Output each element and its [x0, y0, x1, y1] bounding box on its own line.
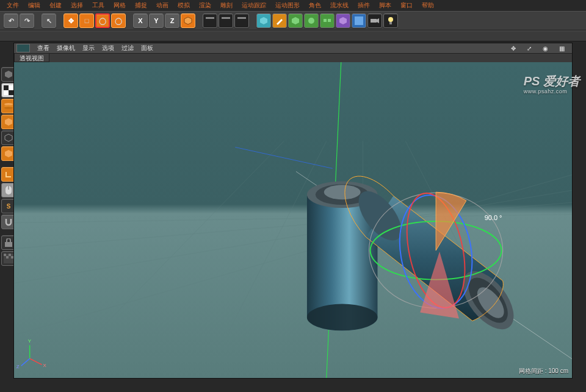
generator-button[interactable]: [304, 13, 319, 28]
svg-line-37: [14, 201, 572, 251]
cubes-icon: [323, 16, 331, 25]
axis-indicator: Y X Z: [16, 338, 47, 369]
scale-icon: □: [85, 17, 89, 24]
vp-menu-filter[interactable]: 过滤: [118, 43, 137, 53]
menu-plugins[interactable]: 插件: [353, 0, 374, 11]
svg-text:X: X: [43, 363, 47, 368]
array-button[interactable]: [320, 13, 335, 28]
svg-rect-6: [237, 17, 246, 19]
live-select-button[interactable]: ↖: [42, 13, 56, 28]
environment-button[interactable]: [352, 13, 366, 28]
vp-zoom-icon[interactable]: ⤢: [523, 45, 535, 52]
menu-script[interactable]: 脚本: [375, 0, 396, 11]
vp-menu-camera[interactable]: 摄像机: [53, 43, 79, 53]
grid-icon: [355, 16, 363, 25]
redo-button[interactable]: ↷: [20, 13, 34, 28]
clapper-icon: [206, 17, 214, 24]
vp-menu-display[interactable]: 显示: [79, 43, 98, 53]
light-button[interactable]: [383, 13, 398, 28]
menu-simulate[interactable]: 模拟: [173, 0, 194, 11]
perspective-viewport[interactable]: 90.0 ° Y X Z 网格间距 : 100 cm: [14, 62, 572, 378]
axis-z-button[interactable]: Z: [165, 13, 179, 28]
cursor-icon: ↖: [46, 17, 52, 25]
menu-create[interactable]: 创建: [45, 0, 66, 11]
menu-edit[interactable]: 编辑: [24, 0, 45, 11]
svg-line-58: [30, 358, 42, 365]
menu-mograph[interactable]: 运动图形: [271, 0, 304, 11]
menu-pipeline[interactable]: 流水线: [326, 0, 353, 11]
rotate-tool-button[interactable]: ◯: [95, 13, 110, 28]
svg-marker-7: [260, 17, 267, 24]
viewport-thumbnail[interactable]: [16, 44, 30, 52]
menu-help[interactable]: 帮助: [418, 0, 438, 11]
move-tool-button[interactable]: ✥: [63, 13, 78, 28]
render-view-button[interactable]: [203, 13, 217, 28]
menu-sculpt[interactable]: 雕刻: [216, 0, 237, 11]
spline-pen-button[interactable]: [272, 13, 287, 28]
rotate-icon: ◯: [99, 17, 106, 25]
svg-line-40: [53, 141, 284, 379]
axis-x-button[interactable]: X: [133, 13, 148, 28]
menu-file[interactable]: 文件: [2, 0, 23, 11]
checker-icon: [4, 85, 13, 95]
viewport-tab[interactable]: 透视视图: [14, 54, 49, 62]
svg-rect-4: [222, 17, 230, 19]
menu-snap[interactable]: 捕捉: [131, 0, 151, 11]
bulb-icon: [387, 16, 394, 25]
checker-grid-icon: [4, 254, 13, 263]
svg-rect-21: [9, 90, 13, 95]
render-settings-button[interactable]: [219, 13, 233, 28]
menu-character[interactable]: 角色: [305, 0, 325, 11]
svg-marker-27: [5, 150, 12, 157]
pen-icon: [275, 16, 284, 25]
coord-system-button[interactable]: [181, 13, 195, 28]
menu-render[interactable]: 渲染: [195, 0, 215, 11]
svg-point-9: [308, 18, 314, 24]
svg-line-59: [21, 358, 30, 366]
svg-rect-17: [389, 22, 392, 24]
last-tool-button[interactable]: ◯: [111, 13, 126, 28]
menu-select[interactable]: 选择: [67, 0, 87, 11]
cube-icon: [4, 149, 13, 159]
vp-orbit-icon[interactable]: ◉: [539, 45, 552, 52]
viewport-menubar: 查看 摄像机 显示 选项 过滤 面板 ✥ ⤢ ◉ ▦: [14, 43, 572, 54]
cube-icon: [184, 16, 192, 25]
svg-rect-32: [4, 254, 6, 256]
clapper-icon: [237, 17, 246, 24]
lock-icon: [5, 238, 12, 247]
menu-tools[interactable]: 工具: [88, 0, 109, 11]
menu-motiontrack[interactable]: 运动跟踪: [237, 0, 270, 11]
camera-button[interactable]: [367, 13, 382, 28]
undo-button[interactable]: ↶: [4, 13, 18, 28]
svg-point-47: [324, 185, 361, 199]
menu-mesh[interactable]: 网格: [109, 0, 130, 11]
scene-svg: 90.0 ° Y X Z: [14, 62, 572, 378]
main-toolbar: ↶ ↷ ↖ ✥ □ ◯ ◯ X Y Z: [0, 11, 586, 30]
svg-rect-30: [5, 242, 12, 247]
nurbs-button[interactable]: [288, 13, 303, 28]
viewport-status: 网格间距 : 100 cm: [519, 367, 568, 376]
rotation-hud: 90.0 °: [485, 214, 502, 221]
svg-point-24: [4, 107, 13, 109]
vp-layout-icon[interactable]: ▦: [555, 45, 568, 52]
menu-window[interactable]: 窗口: [396, 0, 417, 11]
svg-text:Y: Y: [28, 338, 32, 344]
vp-menu-panel[interactable]: 面板: [137, 43, 157, 53]
deformer-button[interactable]: [336, 13, 350, 28]
svg-rect-14: [371, 19, 377, 23]
picture-viewer-button[interactable]: [234, 13, 249, 28]
vp-pan-icon[interactable]: ✥: [507, 45, 519, 52]
clapper-icon: [222, 17, 230, 24]
menu-animate[interactable]: 动画: [152, 0, 173, 11]
svg-rect-11: [328, 19, 331, 22]
cube-icon: [291, 16, 300, 25]
scale-tool-button[interactable]: □: [79, 13, 94, 28]
vp-menu-options[interactable]: 选项: [98, 43, 118, 53]
svg-rect-34: [6, 256, 9, 258]
svg-marker-12: [339, 17, 347, 24]
vp-menu-view[interactable]: 查看: [34, 43, 53, 53]
svg-rect-33: [9, 254, 11, 256]
circle-icon: ◯: [115, 17, 122, 25]
axis-y-button[interactable]: Y: [149, 13, 164, 28]
primitive-cube-button[interactable]: [256, 13, 271, 28]
